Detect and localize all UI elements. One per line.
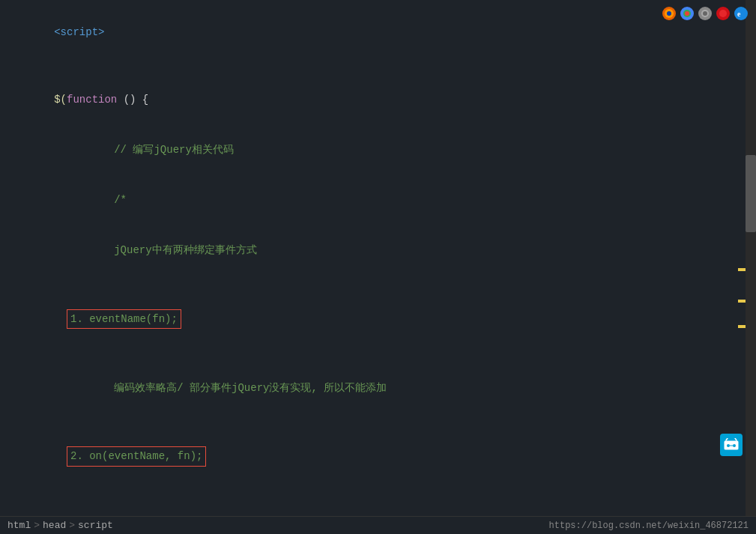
scrollbar[interactable] (746, 0, 756, 516)
scrollbar-thumb[interactable] (746, 155, 756, 232)
code-line: 2. on(eventName, fn); (0, 413, 756, 500)
code-line: <script> (0, 7, 756, 58)
breadcrumb-html[interactable]: html (7, 520, 31, 531)
svg-point-2 (667, 11, 671, 16)
firefox-icon (662, 6, 677, 21)
browser-icons-bar: e (662, 6, 749, 21)
chrome-icon (698, 6, 713, 21)
ie-icon: e (734, 6, 749, 21)
svg-point-5 (685, 11, 689, 16)
bilibili-icon (720, 434, 743, 456)
minimap-indicator (738, 268, 746, 271)
breadcrumb-script[interactable]: script (78, 520, 113, 531)
svg-point-8 (703, 11, 707, 16)
code-line: $(function () { (0, 58, 756, 125)
code-line: 编码效率略低/ 所有js事件都可以添加 (0, 500, 756, 516)
status-bar: html > head > script https://blog.csdn.n… (0, 516, 756, 534)
code-line: // 编写jQuery相关代码 (0, 125, 756, 175)
chrome-blue-icon (680, 6, 695, 21)
svg-text:e: e (737, 10, 741, 18)
minimap-indicator (738, 300, 746, 303)
code-line: 编码效率略高/ 部分事件jQuery没有实现, 所以不能添加 (0, 362, 756, 413)
code-line: /* (0, 175, 756, 225)
editor-container: e <script> $(function () { // 编写jQuery相关… (0, 0, 756, 534)
svg-point-11 (734, 7, 748, 20)
breadcrumb-head[interactable]: head (43, 520, 66, 531)
code-line: 1. eventName(fn); (0, 276, 756, 362)
minimap-indicator (738, 325, 746, 328)
opera-icon (716, 6, 731, 21)
svg-point-18 (733, 444, 736, 447)
svg-point-10 (719, 10, 727, 17)
svg-point-17 (727, 444, 730, 447)
code-line: jQuery中有两种绑定事件方式 (0, 225, 756, 276)
breadcrumb: html > head > script (7, 520, 113, 531)
code-editor: <script> $(function () { // 编写jQuery相关代码… (0, 0, 756, 516)
status-url: https://blog.csdn.net/weixin_46872121 (549, 521, 749, 531)
